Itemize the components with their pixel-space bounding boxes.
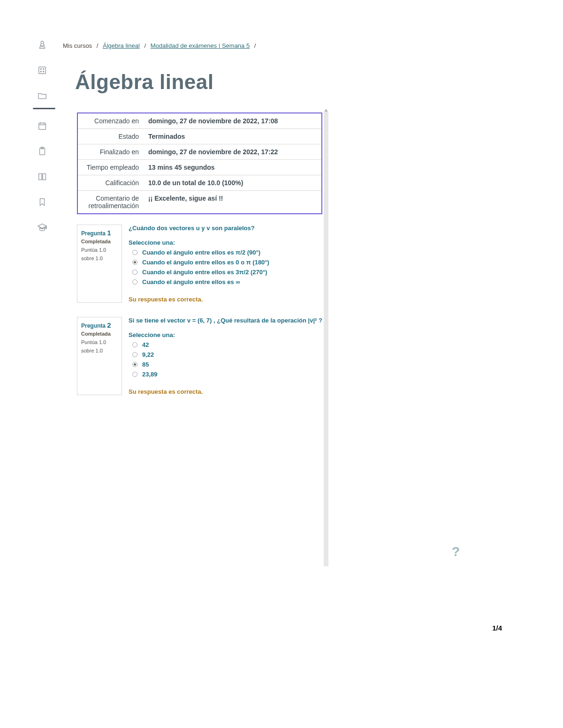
radio-icon — [132, 352, 137, 357]
feedback: Su respuesta es correcta. — [129, 388, 322, 395]
question-prompt: Si se tiene el vector v = (6, 7) , ¿Qué … — [129, 317, 322, 324]
question-points-total: sobre 1.0 — [81, 255, 118, 261]
svg-point-2 — [43, 68, 44, 69]
label-started: Comenzado en — [78, 113, 144, 128]
radio-icon — [132, 250, 137, 255]
question-points: Puntúa 1.0 — [81, 339, 118, 345]
label-comment: Comentario de retroalimentación — [78, 191, 144, 213]
radio-icon — [132, 362, 137, 367]
clipboard-icon[interactable] — [36, 145, 49, 158]
question-meta: Pregunta 1 Completada Puntúa 1.0 sobre 1… — [77, 225, 122, 303]
option-4[interactable]: Cuando el ángulo entre ellos es ∞ — [132, 278, 322, 285]
question-number: 2 — [107, 321, 111, 329]
option-text: Cuando el ángulo entre ellos es 3π/2 (27… — [142, 269, 267, 276]
option-4[interactable]: 23,89 — [132, 371, 322, 378]
question-word: Pregunta — [81, 230, 106, 237]
option-text: 42 — [142, 341, 149, 348]
crumb-mycourses[interactable]: Mis cursos — [63, 42, 92, 49]
crumb-sep: / — [94, 42, 101, 49]
question-word: Pregunta — [81, 323, 106, 329]
option-text: Cuando el ángulo entre ellos es ∞ — [142, 278, 240, 285]
option-3[interactable]: 85 — [132, 361, 322, 368]
dice-icon[interactable] — [36, 64, 49, 77]
radio-icon — [132, 342, 137, 347]
sidebar — [33, 38, 52, 246]
folder-icon[interactable] — [36, 89, 49, 102]
question-1: Pregunta 1 Completada Puntúa 1.0 sobre 1… — [77, 225, 322, 303]
radio-icon — [132, 279, 137, 285]
option-text: 85 — [142, 361, 149, 368]
scrollbar[interactable] — [324, 112, 328, 566]
bookmark-icon[interactable] — [36, 195, 49, 209]
crumb-section[interactable]: Modalidad de exámenes | Semana 5 — [151, 42, 250, 49]
svg-rect-5 — [39, 123, 46, 130]
attempt-summary: Comenzado en domingo, 27 de noviembre de… — [77, 113, 322, 214]
label-grade: Calificación — [78, 175, 144, 190]
crumb-sep: / — [251, 42, 259, 49]
feedback: Su respuesta es correcta. — [129, 296, 322, 303]
question-prompt: ¿Cuándo dos vectores u y v son paralelos… — [129, 225, 322, 232]
value-time: 13 mins 45 segundos — [144, 160, 321, 175]
radio-icon — [132, 372, 137, 377]
value-finished: domingo, 27 de noviembre de 2022, 17:22 — [144, 144, 321, 159]
value-grade: 10.0 de un total de 10.0 (100%) — [144, 175, 321, 190]
option-text: Cuando el ángulo entre ellos es π/2 (90°… — [142, 249, 260, 256]
help-icon[interactable]: ? — [452, 544, 460, 559]
option-1[interactable]: 42 — [132, 341, 322, 348]
radio-icon — [132, 260, 137, 265]
question-meta: Pregunta 2 Completada Puntúa 1.0 sobre 1… — [77, 317, 122, 395]
question-status: Completada — [81, 239, 118, 244]
book-icon[interactable] — [36, 170, 49, 183]
question-number: 1 — [107, 229, 111, 237]
pawn-icon[interactable] — [36, 38, 49, 52]
option-2[interactable]: Cuando el ángulo entre ellos es 0 o π (1… — [132, 259, 322, 266]
page-number: 1/4 — [492, 624, 502, 632]
content: Comenzado en domingo, 27 de noviembre de… — [77, 113, 322, 395]
cap-icon[interactable] — [36, 221, 49, 234]
question-body: ¿Cuándo dos vectores u y v son paralelos… — [129, 225, 322, 303]
option-text: 23,89 — [142, 371, 158, 378]
value-state: Terminados — [144, 129, 321, 144]
crumb-course[interactable]: Álgebra lineal — [103, 42, 140, 49]
value-comment: ¡¡ Excelente, sigue así !! — [144, 191, 321, 213]
label-time: Tiempo empleado — [78, 160, 144, 175]
question-points: Puntúa 1.0 — [81, 247, 118, 253]
radio-icon — [132, 270, 137, 275]
active-indicator — [33, 108, 55, 109]
option-3[interactable]: Cuando el ángulo entre ellos es 3π/2 (27… — [132, 269, 322, 276]
select-one-label: Seleccione una: — [129, 331, 322, 338]
svg-point-4 — [43, 71, 44, 72]
option-text: Cuando el ángulo entre ellos es 0 o π (1… — [142, 259, 269, 266]
question-2: Pregunta 2 Completada Puntúa 1.0 sobre 1… — [77, 317, 322, 395]
question-status: Completada — [81, 331, 118, 337]
svg-point-3 — [40, 71, 41, 72]
label-finished: Finalizado en — [78, 144, 144, 159]
option-2[interactable]: 9,22 — [132, 351, 322, 358]
page-title: Álgebra lineal — [75, 70, 214, 94]
breadcrumb: Mis cursos / Álgebra lineal / Modalidad … — [63, 42, 259, 49]
option-text: 9,22 — [142, 351, 154, 358]
crumb-sep: / — [141, 42, 149, 49]
calendar-icon[interactable] — [36, 120, 49, 133]
label-state: Estado — [78, 129, 144, 144]
question-points-total: sobre 1.0 — [81, 348, 118, 353]
svg-point-1 — [40, 68, 41, 69]
value-started: domingo, 27 de noviembre de 2022, 17:08 — [144, 113, 321, 128]
option-1[interactable]: Cuando el ángulo entre ellos es π/2 (90°… — [132, 249, 322, 256]
svg-rect-0 — [39, 67, 46, 74]
question-body: Si se tiene el vector v = (6, 7) , ¿Qué … — [129, 317, 322, 395]
select-one-label: Seleccione una: — [129, 239, 322, 246]
